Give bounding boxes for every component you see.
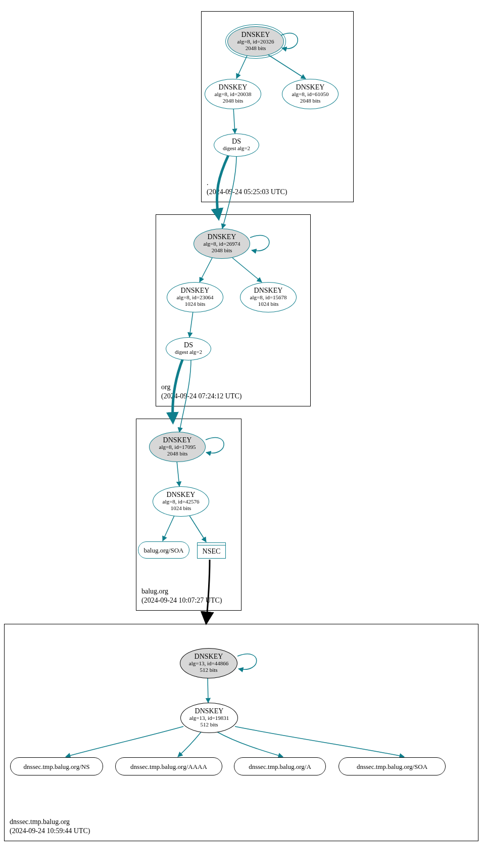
node-line2: 1024 bits — [185, 301, 206, 307]
zone-balug-label: balug.org (2024-09-24 10:07:27 UTC) — [141, 587, 222, 605]
node-line2: 1024 bits — [171, 505, 191, 512]
dtb-soa: dnssec.tmp.balug.org/SOA — [339, 757, 446, 775]
node-line2: 1024 bits — [258, 301, 279, 307]
zone-ts: (2024-09-24 05:25:03 UTC) — [207, 188, 287, 196]
node-title: balug.org/SOA — [144, 547, 184, 554]
node-line1: alg=13, id=19831 — [189, 715, 229, 721]
node-title: DNSKEY — [167, 491, 196, 498]
node-title: DNSKEY — [195, 708, 224, 715]
node-line1: alg=8, id=17095 — [159, 444, 196, 450]
dtb-ksk-dnskey: DNSKEY alg=13, id=44866 512 bits — [180, 648, 237, 678]
node-line2: 2048 bits — [300, 98, 321, 104]
node-line2: 512 bits — [200, 721, 218, 728]
node-line2: 2048 bits — [212, 247, 232, 254]
node-title: DS — [184, 342, 193, 349]
node-title: DNSKEY — [242, 31, 270, 38]
node-line1: alg=8, id=20038 — [215, 91, 252, 98]
root-ksk-dnskey: DNSKEY alg=8, id=20326 2048 bits — [227, 26, 284, 57]
node-title: dnssec.tmp.balug.org/NS — [24, 763, 90, 770]
zone-name: org — [161, 383, 170, 391]
node-title: dnssec.tmp.balug.org/A — [249, 763, 311, 770]
dtb-ns: dnssec.tmp.balug.org/NS — [10, 757, 103, 775]
node-line1: alg=8, id=26974 — [204, 241, 240, 247]
dtb-zsk-dnskey: DNSKEY alg=13, id=19831 512 bits — [180, 703, 238, 733]
node-title: DS — [232, 138, 241, 145]
node-line2: 2048 bits — [246, 45, 266, 52]
org-zsk2-dnskey: DNSKEY alg=8, id=15678 1024 bits — [240, 282, 297, 312]
root-zsk2-dnskey: DNSKEY alg=8, id=61050 2048 bits — [282, 79, 339, 109]
node-title: dnssec.tmp.balug.org/SOA — [357, 763, 427, 770]
root-zsk1-dnskey: DNSKEY alg=8, id=20038 2048 bits — [205, 79, 261, 109]
node-title: DNSKEY — [181, 287, 210, 294]
org-zsk1-dnskey: DNSKEY alg=8, id=23064 1024 bits — [167, 282, 223, 312]
balug-soa: balug.org/SOA — [138, 541, 189, 559]
node-line2: 512 bits — [200, 667, 217, 673]
node-title: DNSKEY — [208, 234, 236, 241]
node-line1: digest alg=2 — [175, 349, 202, 355]
dtb-aaaa: dnssec.tmp.balug.org/AAAA — [115, 757, 222, 775]
node-line1: alg=8, id=42576 — [163, 498, 200, 505]
org-ds: DS digest alg=2 — [166, 337, 211, 360]
node-line2: 2048 bits — [223, 98, 244, 104]
node-title: DNSKEY — [163, 437, 192, 444]
zone-root-label: . (2024-09-24 05:25:03 UTC) — [207, 178, 287, 197]
node-title: dnssec.tmp.balug.org/AAAA — [130, 763, 207, 770]
zone-name: dnssec.tmp.balug.org — [10, 818, 70, 826]
zone-ts: (2024-09-24 07:24:12 UTC) — [161, 392, 242, 400]
dtb-a: dnssec.tmp.balug.org/A — [234, 757, 326, 775]
node-line1: digest alg=2 — [223, 145, 250, 152]
node-title: NSEC — [203, 547, 221, 556]
balug-zsk-dnskey: DNSKEY alg=8, id=42576 1024 bits — [153, 486, 209, 517]
node-line2: 2048 bits — [167, 450, 188, 457]
zone-ts: (2024-09-24 10:07:27 UTC) — [141, 597, 222, 604]
nsec-record: NSEC — [197, 542, 226, 559]
node-title: DNSKEY — [195, 653, 223, 660]
balug-ksk-dnskey: DNSKEY alg=8, id=17095 2048 bits — [149, 432, 206, 462]
org-ksk-dnskey: DNSKEY alg=8, id=26974 2048 bits — [194, 229, 250, 259]
node-line1: alg=8, id=20326 — [237, 38, 274, 45]
node-title: DNSKEY — [219, 84, 248, 91]
zone-dtb-label: dnssec.tmp.balug.org (2024-09-24 10:59:4… — [10, 817, 90, 836]
zone-name: . — [207, 179, 209, 187]
zone-name: balug.org — [141, 587, 168, 595]
node-title: DNSKEY — [296, 84, 325, 91]
zone-ts: (2024-09-24 10:59:44 UTC) — [10, 827, 90, 835]
node-line1: alg=8, id=61050 — [292, 91, 329, 98]
root-ds: DS digest alg=2 — [214, 133, 259, 157]
node-line1: alg=8, id=23064 — [177, 294, 214, 301]
node-title: DNSKEY — [254, 287, 283, 294]
node-line1: alg=8, id=15678 — [250, 294, 287, 301]
zone-org-label: org (2024-09-24 07:24:12 UTC) — [161, 383, 242, 401]
zone-dtb: dnssec.tmp.balug.org (2024-09-24 10:59:4… — [4, 624, 478, 841]
node-line1: alg=13, id=44866 — [189, 660, 228, 667]
